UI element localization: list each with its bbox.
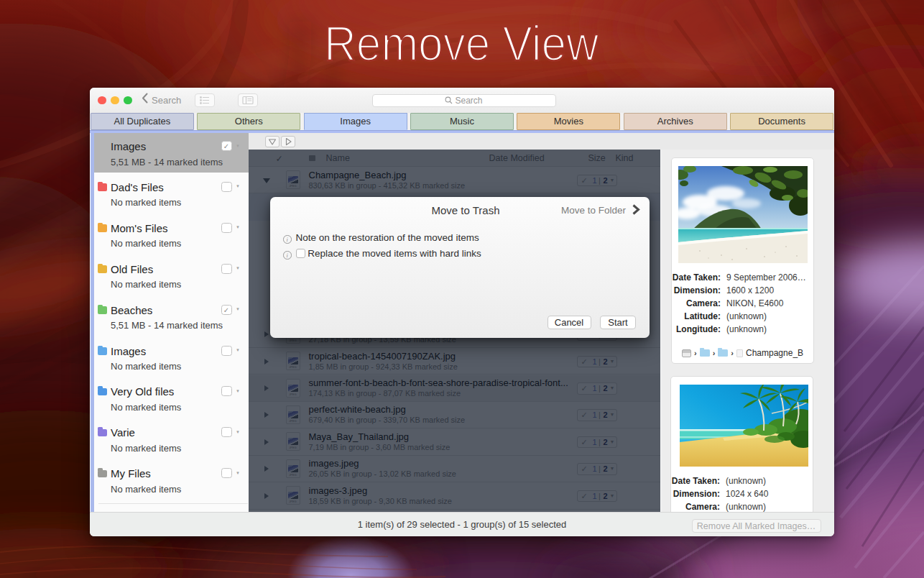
svg-text:Remove View: Remove View: [324, 16, 599, 71]
